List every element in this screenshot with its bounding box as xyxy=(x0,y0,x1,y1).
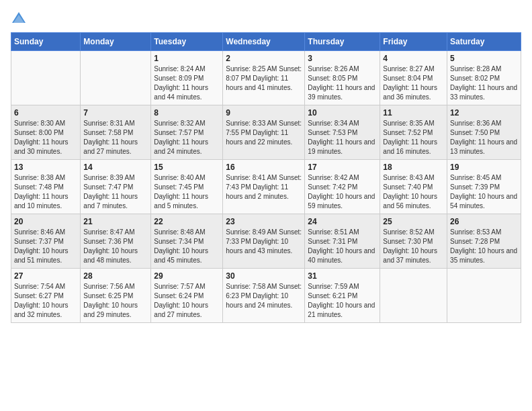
day-number: 24 xyxy=(308,217,377,226)
day-number: 7 xyxy=(83,108,148,118)
day-info: Sunrise: 8:33 AM Sunset: 7:55 PM Dayligh… xyxy=(226,119,302,147)
day-info: Sunrise: 8:51 AM Sunset: 7:31 PM Dayligh… xyxy=(308,228,377,265)
calendar-cell: 1Sunrise: 8:24 AM Sunset: 8:09 PM Daylig… xyxy=(151,51,223,105)
day-number: 12 xyxy=(450,108,518,118)
day-info: Sunrise: 8:25 AM Sunset: 8:07 PM Dayligh… xyxy=(226,64,302,93)
header-cell-wednesday: Wednesday xyxy=(223,33,305,51)
day-number: 2 xyxy=(226,54,302,63)
day-info: Sunrise: 8:38 AM Sunset: 7:48 PM Dayligh… xyxy=(14,173,77,211)
day-info: Sunrise: 7:56 AM Sunset: 6:25 PM Dayligh… xyxy=(83,282,148,320)
calendar-cell: 13Sunrise: 8:38 AM Sunset: 7:48 PM Dayli… xyxy=(11,160,81,214)
calendar-cell: 30Sunrise: 7:58 AM Sunset: 6:23 PM Dayli… xyxy=(223,269,305,323)
day-number: 29 xyxy=(154,271,220,281)
calendar-cell: 18Sunrise: 8:43 AM Sunset: 7:40 PM Dayli… xyxy=(380,160,447,214)
calendar-cell: 21Sunrise: 8:47 AM Sunset: 7:36 PM Dayli… xyxy=(81,214,151,269)
day-info: Sunrise: 8:45 AM Sunset: 7:39 PM Dayligh… xyxy=(450,173,518,211)
day-info: Sunrise: 8:47 AM Sunset: 7:36 PM Dayligh… xyxy=(83,228,148,265)
day-info: Sunrise: 8:46 AM Sunset: 7:37 PM Dayligh… xyxy=(14,228,77,265)
calendar-cell: 2Sunrise: 8:25 AM Sunset: 8:07 PM Daylig… xyxy=(223,51,305,105)
calendar-cell xyxy=(81,51,151,105)
calendar-cell: 14Sunrise: 8:39 AM Sunset: 7:47 PM Dayli… xyxy=(81,160,151,214)
calendar-cell: 19Sunrise: 8:45 AM Sunset: 7:39 PM Dayli… xyxy=(447,160,521,214)
calendar-cell: 4Sunrise: 8:27 AM Sunset: 8:04 PM Daylig… xyxy=(380,51,447,105)
day-info: Sunrise: 8:49 AM Sunset: 7:33 PM Dayligh… xyxy=(226,228,302,256)
calendar-cell: 6Sunrise: 8:30 AM Sunset: 8:00 PM Daylig… xyxy=(11,105,81,160)
day-info: Sunrise: 8:30 AM Sunset: 8:00 PM Dayligh… xyxy=(14,119,77,156)
day-number: 10 xyxy=(308,108,377,118)
day-number: 22 xyxy=(154,217,220,226)
calendar-cell: 22Sunrise: 8:48 AM Sunset: 7:34 PM Dayli… xyxy=(151,214,223,269)
day-info: Sunrise: 8:52 AM Sunset: 7:30 PM Dayligh… xyxy=(383,228,444,265)
header-cell-saturday: Saturday xyxy=(447,33,521,51)
day-number: 30 xyxy=(226,271,302,281)
calendar-cell: 3Sunrise: 8:26 AM Sunset: 8:05 PM Daylig… xyxy=(305,51,380,105)
calendar-cell: 23Sunrise: 8:49 AM Sunset: 7:33 PM Dayli… xyxy=(223,214,305,269)
day-number: 26 xyxy=(450,217,518,226)
day-number: 20 xyxy=(14,217,77,226)
day-number: 23 xyxy=(226,217,302,226)
day-number: 3 xyxy=(308,54,377,63)
day-info: Sunrise: 8:34 AM Sunset: 7:53 PM Dayligh… xyxy=(308,119,377,156)
day-info: Sunrise: 7:57 AM Sunset: 6:24 PM Dayligh… xyxy=(154,282,220,320)
day-number: 25 xyxy=(383,217,444,226)
day-info: Sunrise: 8:31 AM Sunset: 7:58 PM Dayligh… xyxy=(83,119,148,156)
day-number: 19 xyxy=(450,163,518,172)
day-number: 6 xyxy=(14,108,77,118)
day-number: 11 xyxy=(383,108,444,118)
day-info: Sunrise: 8:40 AM Sunset: 7:45 PM Dayligh… xyxy=(154,173,220,211)
calendar-cell: 17Sunrise: 8:42 AM Sunset: 7:42 PM Dayli… xyxy=(305,160,380,214)
day-info: Sunrise: 8:32 AM Sunset: 7:57 PM Dayligh… xyxy=(154,119,220,156)
day-info: Sunrise: 8:26 AM Sunset: 8:05 PM Dayligh… xyxy=(308,64,377,102)
calendar-cell xyxy=(447,269,521,323)
calendar-cell: 11Sunrise: 8:35 AM Sunset: 7:52 PM Dayli… xyxy=(380,105,447,160)
calendar-table: SundayMondayTuesdayWednesdayThursdayFrid… xyxy=(11,32,521,323)
day-info: Sunrise: 8:27 AM Sunset: 8:04 PM Dayligh… xyxy=(383,64,444,102)
day-info: Sunrise: 8:41 AM Sunset: 7:43 PM Dayligh… xyxy=(226,173,302,201)
calendar-cell: 20Sunrise: 8:46 AM Sunset: 7:37 PM Dayli… xyxy=(11,214,81,269)
calendar-cell: 27Sunrise: 7:54 AM Sunset: 6:27 PM Dayli… xyxy=(11,269,81,323)
calendar-cell: 15Sunrise: 8:40 AM Sunset: 7:45 PM Dayli… xyxy=(151,160,223,214)
day-number: 5 xyxy=(450,54,518,63)
day-number: 18 xyxy=(383,163,444,172)
day-info: Sunrise: 8:24 AM Sunset: 8:09 PM Dayligh… xyxy=(154,64,220,102)
day-number: 8 xyxy=(154,108,220,118)
header-cell-monday: Monday xyxy=(81,33,151,51)
day-info: Sunrise: 7:54 AM Sunset: 6:27 PM Dayligh… xyxy=(14,282,77,320)
calendar-cell xyxy=(380,269,447,323)
day-info: Sunrise: 8:39 AM Sunset: 7:47 PM Dayligh… xyxy=(83,173,148,211)
day-number: 17 xyxy=(308,163,377,172)
page-header xyxy=(11,11,521,27)
logo-icon xyxy=(11,11,27,27)
calendar-cell: 16Sunrise: 8:41 AM Sunset: 7:43 PM Dayli… xyxy=(223,160,305,214)
calendar-cell: 8Sunrise: 8:32 AM Sunset: 7:57 PM Daylig… xyxy=(151,105,223,160)
calendar-cell: 10Sunrise: 8:34 AM Sunset: 7:53 PM Dayli… xyxy=(305,105,380,160)
day-info: Sunrise: 7:59 AM Sunset: 6:21 PM Dayligh… xyxy=(308,282,377,320)
calendar-cell: 29Sunrise: 7:57 AM Sunset: 6:24 PM Dayli… xyxy=(151,269,223,323)
day-number: 15 xyxy=(154,163,220,172)
logo xyxy=(11,11,30,27)
day-number: 1 xyxy=(154,54,220,63)
day-number: 13 xyxy=(14,163,77,172)
calendar-cell: 9Sunrise: 8:33 AM Sunset: 7:55 PM Daylig… xyxy=(223,105,305,160)
calendar-header: SundayMondayTuesdayWednesdayThursdayFrid… xyxy=(11,33,521,51)
day-info: Sunrise: 8:43 AM Sunset: 7:40 PM Dayligh… xyxy=(383,173,444,211)
calendar-cell xyxy=(11,51,81,105)
day-number: 21 xyxy=(83,217,148,226)
header-cell-tuesday: Tuesday xyxy=(151,33,223,51)
header-cell-friday: Friday xyxy=(380,33,447,51)
day-number: 28 xyxy=(83,271,148,281)
calendar-cell: 24Sunrise: 8:51 AM Sunset: 7:31 PM Dayli… xyxy=(305,214,380,269)
day-info: Sunrise: 8:42 AM Sunset: 7:42 PM Dayligh… xyxy=(308,173,377,211)
day-number: 31 xyxy=(308,271,377,281)
day-info: Sunrise: 8:36 AM Sunset: 7:50 PM Dayligh… xyxy=(450,119,518,156)
calendar-week-3: 13Sunrise: 8:38 AM Sunset: 7:48 PM Dayli… xyxy=(11,160,521,214)
day-number: 4 xyxy=(383,54,444,63)
calendar-week-2: 6Sunrise: 8:30 AM Sunset: 8:00 PM Daylig… xyxy=(11,105,521,160)
calendar-cell: 31Sunrise: 7:59 AM Sunset: 6:21 PM Dayli… xyxy=(305,269,380,323)
header-cell-thursday: Thursday xyxy=(305,33,380,51)
header-row: SundayMondayTuesdayWednesdayThursdayFrid… xyxy=(11,33,521,51)
day-info: Sunrise: 7:58 AM Sunset: 6:23 PM Dayligh… xyxy=(226,282,302,310)
calendar-cell: 26Sunrise: 8:53 AM Sunset: 7:28 PM Dayli… xyxy=(447,214,521,269)
day-number: 27 xyxy=(14,271,77,281)
calendar-body: 1Sunrise: 8:24 AM Sunset: 8:09 PM Daylig… xyxy=(11,51,521,323)
